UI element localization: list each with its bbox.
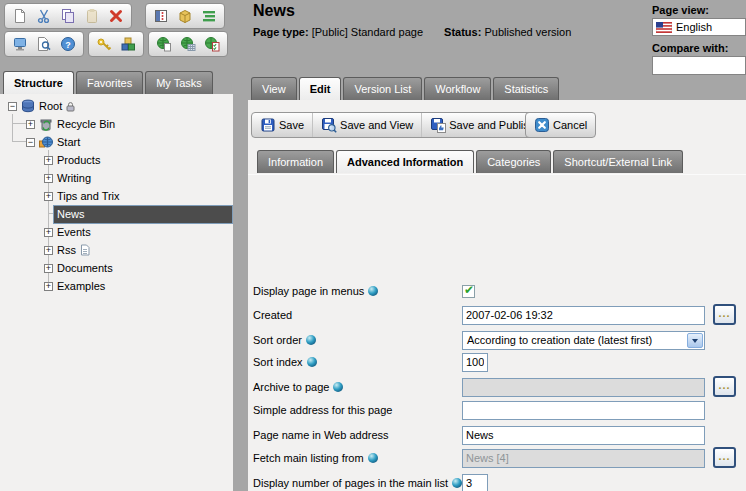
tab-view[interactable]: View xyxy=(251,77,297,100)
globe-page-button[interactable] xyxy=(152,33,176,55)
tree-item-rss[interactable]: +Rss xyxy=(0,241,233,259)
page-view-label: Page view: xyxy=(652,4,746,16)
archive-to-page-input[interactable] xyxy=(462,378,705,397)
page-header: News Page type: [Public] Standard page S… xyxy=(253,2,571,38)
field-control xyxy=(462,473,488,491)
expand-icon[interactable]: + xyxy=(44,282,53,291)
field-control: According to creation date (latest first… xyxy=(462,330,705,350)
preview-page-button[interactable] xyxy=(32,33,56,55)
access-key-button[interactable] xyxy=(92,33,116,55)
report-panel-button[interactable] xyxy=(149,5,173,27)
tree-item-tips-and-trix[interactable]: +Tips and Trix xyxy=(0,187,233,205)
sort-order-select[interactable]: According to creation date (latest first… xyxy=(462,331,705,350)
simple-address-for-this-page-input[interactable] xyxy=(462,401,705,420)
field-label: Sort order xyxy=(253,330,316,350)
save-and-view-button[interactable]: Save and View xyxy=(312,113,421,137)
subtab-categories[interactable]: Categories xyxy=(476,150,551,173)
field-label-text: Sort index xyxy=(253,356,303,368)
form-row: Display page in menus xyxy=(253,281,743,301)
sidebar-tab-structure[interactable]: Structure xyxy=(3,71,74,94)
save-button[interactable]: Save xyxy=(252,113,312,137)
page-type-label: Page type: xyxy=(253,26,309,38)
language-select[interactable]: English xyxy=(652,18,746,36)
form-row: Display number of pages in the main list xyxy=(253,473,743,491)
page-name-in-web-address-input[interactable] xyxy=(462,426,705,445)
expand-icon[interactable]: + xyxy=(44,246,53,255)
cut-button[interactable] xyxy=(32,5,56,27)
field-control xyxy=(462,377,705,397)
button-label: Save and View xyxy=(340,119,413,131)
delete-button[interactable] xyxy=(104,5,128,27)
field-control xyxy=(462,281,475,301)
archive-box-icon xyxy=(177,8,193,24)
archive-to-page-browse-button[interactable]: ... xyxy=(713,376,736,397)
language-globe-icon xyxy=(307,357,317,367)
recycle-bin-icon xyxy=(39,117,53,131)
created-input[interactable] xyxy=(462,306,705,325)
compare-with-select[interactable] xyxy=(652,56,746,75)
expand-icon[interactable]: + xyxy=(44,228,53,237)
expand-icon[interactable]: + xyxy=(44,156,53,165)
cancel-button[interactable]: Cancel xyxy=(526,113,595,137)
expand-icon[interactable]: + xyxy=(44,174,53,183)
tree-item-start[interactable]: −Start xyxy=(0,133,233,151)
tree-item-news[interactable]: News xyxy=(0,205,233,223)
plugin-blocks-icon xyxy=(120,36,136,52)
toolbar-row-2: ? xyxy=(4,31,228,57)
help-button[interactable]: ? xyxy=(56,33,80,55)
sidebar-tab-my-tasks[interactable]: My Tasks xyxy=(145,71,213,94)
tree-item-products[interactable]: +Products xyxy=(0,151,233,169)
tree-item-label: Events xyxy=(57,226,91,238)
fetch-main-listing-from-input[interactable] xyxy=(462,449,705,468)
save-button-bar: SaveSave and ViewSave and Publish xyxy=(251,112,544,138)
copy-button[interactable] xyxy=(56,5,80,27)
expand-icon[interactable]: + xyxy=(44,264,53,273)
field-label-text: Created xyxy=(253,309,292,321)
preview-monitor-icon xyxy=(12,36,28,52)
tree-item-writing[interactable]: +Writing xyxy=(0,169,233,187)
new-page-button[interactable] xyxy=(8,5,32,27)
tab-edit[interactable]: Edit xyxy=(299,77,342,100)
globe-grid-button[interactable] xyxy=(176,33,200,55)
globe-page-icon xyxy=(156,36,172,52)
tree-item-label: Recycle Bin xyxy=(57,118,115,130)
sidebar-tab-favorites[interactable]: Favorites xyxy=(76,71,143,94)
field-label: Archive to page xyxy=(253,377,343,397)
field-control xyxy=(462,400,705,420)
subtab-advanced-information[interactable]: Advanced Information xyxy=(336,150,474,173)
field-label: Created xyxy=(253,305,292,325)
preview-page-icon xyxy=(36,36,52,52)
archive-box-button[interactable] xyxy=(173,5,197,27)
tab-version-list[interactable]: Version List xyxy=(343,77,422,100)
form-row: Archive to page... xyxy=(253,377,743,397)
structure-list-button[interactable] xyxy=(197,5,221,27)
expand-icon[interactable]: + xyxy=(44,192,53,201)
field-label-text: Display page in menus xyxy=(253,285,364,297)
subtab-information[interactable]: Information xyxy=(257,150,334,173)
plugin-blocks-button[interactable] xyxy=(116,33,140,55)
fetch-main-listing-from-browse-button[interactable]: ... xyxy=(713,447,736,468)
field-label: Page name in Web address xyxy=(253,425,389,445)
collapse-icon[interactable]: − xyxy=(26,138,35,147)
chevron-down-icon xyxy=(687,333,703,348)
tree-item-recycle-bin[interactable]: +Recycle Bin xyxy=(0,115,233,133)
created-browse-button[interactable]: ... xyxy=(713,304,736,325)
subtab-shortcut-external-link[interactable]: Shortcut/External Link xyxy=(553,150,683,173)
tree-item-documents[interactable]: +Documents xyxy=(0,259,233,277)
tab-statistics[interactable]: Statistics xyxy=(493,77,559,100)
display-page-in-menus-checkbox[interactable] xyxy=(462,285,475,298)
paste-button[interactable] xyxy=(80,5,104,27)
copy-icon xyxy=(60,8,76,24)
collapse-icon[interactable]: − xyxy=(8,102,17,111)
tree-item-root[interactable]: −Root xyxy=(0,97,233,115)
field-control xyxy=(462,448,705,468)
button-label: Save xyxy=(279,119,304,131)
display-number-of-pages-in-the-main-list-input[interactable] xyxy=(462,474,488,491)
preview-monitor-button[interactable] xyxy=(8,33,32,55)
sort-index-input[interactable] xyxy=(462,353,488,372)
globe-tasks-button[interactable] xyxy=(200,33,224,55)
tree-item-events[interactable]: +Events xyxy=(0,223,233,241)
expand-icon[interactable]: + xyxy=(26,120,35,129)
tree-item-examples[interactable]: +Examples xyxy=(0,277,233,295)
tab-workflow[interactable]: Workflow xyxy=(424,77,491,100)
